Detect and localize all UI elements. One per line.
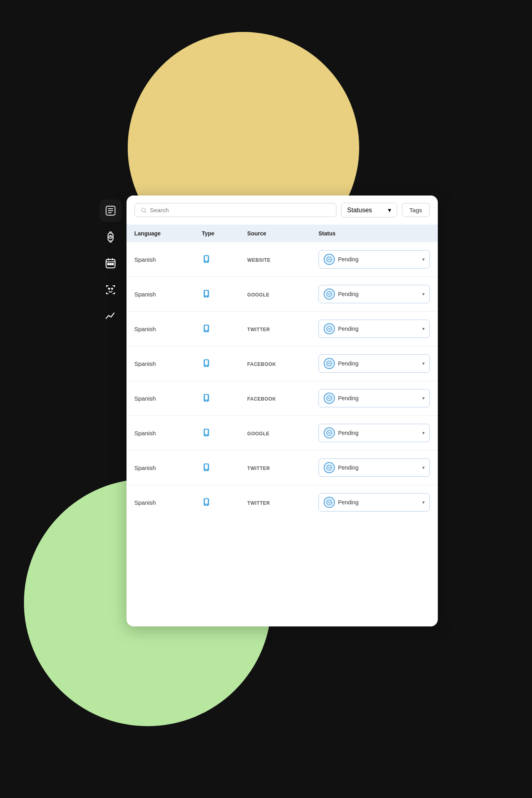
cell-status: Pending ▾ bbox=[310, 242, 438, 277]
status-left: Pending bbox=[324, 497, 358, 508]
sidebar bbox=[95, 196, 127, 626]
source-label: GOOGLE bbox=[247, 431, 270, 437]
status-label: Pending bbox=[338, 499, 358, 506]
source-label: WEBSITE bbox=[247, 257, 271, 263]
status-dropdown[interactable]: Pending ▾ bbox=[318, 285, 430, 303]
source-label: FACEBOOK bbox=[247, 361, 276, 367]
svg-point-27 bbox=[330, 259, 331, 260]
tags-button[interactable]: Tags bbox=[402, 203, 430, 217]
table-header-row: Language Type Source Status bbox=[127, 225, 438, 242]
cell-language: Spanish bbox=[127, 416, 194, 450]
col-language: Language bbox=[127, 225, 194, 242]
mobile-icon bbox=[202, 359, 211, 367]
mobile-icon bbox=[202, 255, 211, 263]
mobile-icon bbox=[202, 393, 211, 402]
table-row: Spanish TWITTER bbox=[127, 485, 438, 520]
svg-rect-15 bbox=[110, 263, 111, 265]
sidebar-item-calendar[interactable] bbox=[99, 252, 122, 275]
main-table: Language Type Source Status Spanish WEBS… bbox=[127, 225, 438, 519]
cell-source: FACEBOOK bbox=[239, 346, 310, 381]
cell-language: Spanish bbox=[127, 242, 194, 277]
cell-status: Pending ▾ bbox=[310, 346, 438, 381]
search-input[interactable] bbox=[150, 207, 330, 213]
source-label: TWITTER bbox=[247, 327, 270, 332]
status-dropdown[interactable]: Pending ▾ bbox=[318, 354, 430, 373]
sidebar-item-face-scan[interactable] bbox=[99, 279, 122, 301]
svg-rect-14 bbox=[107, 263, 109, 265]
svg-rect-29 bbox=[205, 290, 208, 295]
table-row: Spanish FACEBOOK bbox=[127, 346, 438, 381]
svg-point-17 bbox=[108, 288, 109, 289]
cell-source: GOOGLE bbox=[239, 277, 310, 312]
status-left: Pending bbox=[324, 427, 358, 439]
main-content: Statuses ▾ Tags Language Type Source Sta… bbox=[127, 196, 438, 626]
cell-source: WEBSITE bbox=[239, 242, 310, 277]
status-left: Pending bbox=[324, 288, 358, 300]
svg-point-60 bbox=[328, 433, 328, 433]
svg-point-33 bbox=[329, 294, 330, 294]
status-dropdown[interactable]: Pending ▾ bbox=[318, 424, 430, 442]
cell-language: Spanish bbox=[127, 485, 194, 520]
svg-point-51 bbox=[206, 400, 206, 401]
svg-point-55 bbox=[330, 398, 331, 399]
cell-language: Spanish bbox=[127, 312, 194, 346]
svg-point-76 bbox=[330, 502, 331, 503]
mobile-icon bbox=[202, 324, 211, 333]
col-status: Status bbox=[310, 225, 438, 242]
status-dropdown[interactable]: Pending ▾ bbox=[318, 458, 430, 477]
table-row: Spanish GOOGLE bbox=[127, 277, 438, 312]
svg-point-61 bbox=[329, 433, 330, 433]
table-row: Spanish GOOGLE bbox=[127, 416, 438, 450]
svg-line-20 bbox=[145, 211, 146, 213]
toolbar: Statuses ▾ Tags bbox=[127, 196, 438, 225]
source-label: GOOGLE bbox=[247, 292, 270, 298]
sidebar-item-list[interactable] bbox=[99, 200, 122, 222]
statuses-dropdown[interactable]: Statuses ▾ bbox=[341, 203, 397, 217]
svg-point-39 bbox=[328, 328, 328, 329]
status-chevron-icon: ▾ bbox=[422, 291, 425, 297]
col-source: Source bbox=[239, 225, 310, 242]
status-dropdown[interactable]: Pending ▾ bbox=[318, 493, 430, 512]
svg-point-47 bbox=[329, 363, 330, 364]
status-left: Pending bbox=[324, 323, 358, 334]
svg-point-67 bbox=[328, 467, 328, 468]
status-label: Pending bbox=[338, 326, 358, 332]
cell-source: TWITTER bbox=[239, 485, 310, 520]
status-dropdown[interactable]: Pending ▾ bbox=[318, 389, 430, 407]
svg-point-53 bbox=[328, 398, 328, 399]
status-left: Pending bbox=[324, 254, 358, 265]
sidebar-item-watch[interactable] bbox=[99, 226, 122, 248]
pending-icon bbox=[324, 323, 335, 334]
svg-rect-57 bbox=[205, 429, 208, 434]
cell-type bbox=[194, 312, 239, 346]
cell-source: TWITTER bbox=[239, 312, 310, 346]
status-dropdown[interactable]: Pending ▾ bbox=[318, 320, 430, 338]
status-dropdown[interactable]: Pending ▾ bbox=[318, 250, 430, 269]
svg-rect-50 bbox=[205, 395, 208, 399]
mobile-icon bbox=[202, 498, 211, 506]
search-box[interactable] bbox=[134, 203, 336, 217]
statuses-chevron-icon: ▾ bbox=[388, 206, 391, 214]
svg-point-40 bbox=[329, 328, 330, 329]
mobile-icon bbox=[202, 463, 211, 472]
cell-status: Pending ▾ bbox=[310, 485, 438, 520]
cell-status: Pending ▾ bbox=[310, 381, 438, 416]
pending-icon bbox=[324, 497, 335, 508]
svg-point-44 bbox=[206, 365, 206, 366]
status-chevron-icon: ▾ bbox=[422, 465, 425, 470]
cell-language: Spanish bbox=[127, 346, 194, 381]
cell-type bbox=[194, 381, 239, 416]
svg-point-32 bbox=[328, 294, 328, 294]
cell-language: Spanish bbox=[127, 450, 194, 485]
cell-source: TWITTER bbox=[239, 450, 310, 485]
svg-point-75 bbox=[329, 502, 330, 503]
svg-point-54 bbox=[329, 398, 330, 399]
app-container: Statuses ▾ Tags Language Type Source Sta… bbox=[95, 196, 438, 626]
sidebar-item-analytics[interactable] bbox=[99, 305, 122, 327]
source-label: TWITTER bbox=[247, 500, 270, 506]
status-label: Pending bbox=[338, 395, 358, 401]
col-type: Type bbox=[194, 225, 239, 242]
cell-language: Spanish bbox=[127, 277, 194, 312]
table-row: Spanish TWITTER bbox=[127, 450, 438, 485]
table-container: Language Type Source Status Spanish WEBS… bbox=[127, 225, 438, 626]
